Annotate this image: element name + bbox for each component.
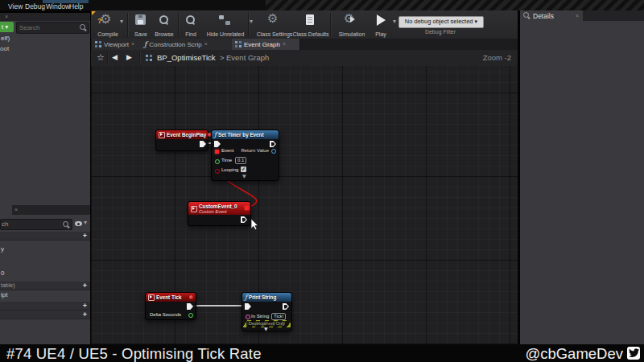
myblueprint-search[interactable]: ch [0, 219, 72, 230]
menu-window[interactable]: Window [46, 2, 70, 10]
visibility-eye-icon[interactable] [75, 221, 82, 226]
simulation-button[interactable]: ⚙ Simulation [334, 12, 369, 38]
tab-event-graph[interactable]: Event Graph × [232, 39, 300, 50]
left-panel: × t ▾ elf) oot × ch ▾ + y 0 table) + [0, 13, 90, 344]
class-defaults-button[interactable]: Class Defaults [291, 12, 330, 38]
tab-close-icon[interactable]: × [131, 40, 134, 48]
exec-out-pin[interactable] [270, 141, 276, 147]
event-delegate-pin[interactable] [215, 150, 219, 154]
exec-out-pin[interactable] [200, 141, 206, 147]
myblueprint-item[interactable]: ipt [1, 291, 7, 298]
breadcrumb-page[interactable]: Event Graph [226, 53, 269, 62]
play-caret-icon[interactable]: ▾ [393, 18, 396, 25]
menu-help[interactable]: Help [69, 2, 83, 10]
myblueprint-search-text: ch [2, 220, 8, 228]
add-macro-button[interactable]: + [83, 302, 87, 310]
components-tab-strip: × [0, 13, 90, 21]
myblueprint-section-header[interactable]: + [0, 232, 90, 241]
delegate-out-pin[interactable] [245, 206, 249, 210]
tab-details[interactable]: Details × [520, 10, 583, 21]
node-title: Event BeginPlay [167, 132, 206, 138]
return-value-pin[interactable] [271, 149, 276, 154]
looping-pin[interactable] [215, 169, 220, 174]
visibility-caret-icon[interactable]: ▾ [84, 219, 87, 226]
add-variable-button[interactable]: + [83, 311, 87, 319]
node-header[interactable]: Event BeginPlay [156, 130, 208, 139]
browse-button[interactable]: Browse [152, 12, 176, 38]
tab-close-icon[interactable]: × [204, 40, 208, 48]
time-pin[interactable] [215, 159, 220, 164]
node-title: CustomEvent_0 [199, 204, 237, 209]
node-custom-event[interactable]: CustomEvent_0 Custom Event [188, 201, 251, 226]
event-icon [148, 294, 155, 301]
looping-checkbox[interactable]: ✓ [241, 167, 246, 172]
breadcrumb-bar: ☆ ◀ ▶ BP_OptimiseTick > Event Graph Zoom… [91, 50, 518, 67]
exec-in-pin[interactable] [214, 141, 221, 147]
components-row-self[interactable]: elf) [1, 35, 10, 42]
menu-debug[interactable]: Debug [25, 2, 45, 10]
twitter-icon [627, 347, 640, 360]
hide-unrelated-button[interactable]: Hide Unrelated [202, 12, 249, 38]
zoom-indicator: Zoom -2 [483, 53, 511, 62]
components-tab-close-icon[interactable]: × [5, 13, 8, 21]
add-function-button[interactable]: + [83, 282, 87, 290]
save-button[interactable]: Save [131, 12, 151, 38]
myblueprint-item[interactable]: 0 [1, 269, 4, 277]
exec-out-pin[interactable] [283, 303, 289, 310]
node-print-string[interactable]: ƒ Print String In String Tick! Developme… [242, 292, 292, 331]
node-set-timer-by-event[interactable]: ƒ Set Timer by Event Event Return Value … [211, 130, 279, 181]
myblueprint-tab[interactable] [0, 205, 12, 215]
tab-viewport[interactable]: Viewport × [92, 39, 147, 50]
node-header[interactable]: Event Tick [146, 293, 196, 302]
breadcrumb-separator [107, 52, 108, 64]
play-button[interactable]: Play [369, 12, 392, 38]
back-arrow-icon[interactable]: ◀ [112, 53, 118, 61]
myblueprint-macros-header[interactable]: + [0, 302, 90, 311]
compile-button[interactable]: ⚙ ? ▾ Compile [93, 12, 129, 38]
debug-object-dropdown[interactable]: No debug object selected ▾ [398, 16, 484, 28]
node-header[interactable]: CustomEvent_0 Custom Event [188, 202, 250, 215]
menu-view[interactable]: View [8, 2, 23, 10]
components-search[interactable] [16, 22, 89, 34]
node-event-beginplay[interactable]: Event BeginPlay [155, 130, 208, 151]
breadcrumb-separator [139, 52, 140, 64]
favorite-star-icon[interactable]: ☆ [97, 52, 105, 63]
tab-close-icon[interactable]: × [283, 40, 286, 48]
in-string-pin[interactable] [246, 315, 250, 319]
time-value-field[interactable]: 0.1 [235, 157, 246, 164]
viewport-icon [95, 41, 101, 47]
compile-question-badge: ? [97, 17, 102, 25]
myblueprint-functions-header[interactable]: table) + [0, 282, 90, 290]
in-string-value-field[interactable]: Tick! [271, 313, 286, 320]
exec-in-pin[interactable] [245, 303, 251, 310]
exec-out-pin[interactable] [187, 303, 193, 310]
myblueprint-item[interactable]: y [1, 245, 4, 253]
class-settings-button[interactable]: ⚙ Class Settings [256, 12, 293, 38]
tab-close-icon[interactable]: × [576, 12, 579, 20]
function-icon: ƒ [144, 40, 147, 48]
play-icon [377, 14, 386, 26]
node-event-tick[interactable]: Event Tick Delta Seconds [145, 292, 196, 320]
expand-arrow-icon[interactable]: ▼ [242, 173, 246, 179]
browse-label: Browse [152, 31, 176, 37]
class-defaults-label: Class Defaults [291, 31, 330, 37]
add-graph-button[interactable]: + [83, 232, 87, 240]
add-component-button[interactable]: t ▾ [0, 22, 14, 32]
components-row-root[interactable]: oot [0, 45, 9, 52]
myblueprint-tab-close-icon[interactable]: × [14, 206, 18, 214]
exec-out-pin[interactable] [241, 216, 247, 223]
tab-construction-script[interactable]: ƒ Construction Scrip × [141, 39, 238, 50]
expand-arrow-icon[interactable]: ▼ [264, 326, 268, 331]
hide-unrelated-caret-icon[interactable]: ▾ [250, 18, 253, 25]
forward-arrow-icon[interactable]: ▶ [126, 53, 132, 61]
node-header[interactable]: ƒ Set Timer by Event [212, 130, 279, 139]
myblueprint-variables-header[interactable]: + [0, 311, 90, 319]
node-header[interactable]: ƒ Print String [242, 293, 291, 302]
compile-caret-icon[interactable]: ▾ [120, 18, 123, 25]
find-button[interactable]: Find [181, 12, 200, 38]
browse-icon [159, 14, 169, 25]
pin-label-return-value: Return Value [241, 148, 269, 153]
delta-seconds-pin[interactable] [188, 313, 193, 318]
components-search-input[interactable] [17, 23, 89, 33]
breadcrumb-asset[interactable]: BP_OptimiseTick [157, 53, 216, 62]
